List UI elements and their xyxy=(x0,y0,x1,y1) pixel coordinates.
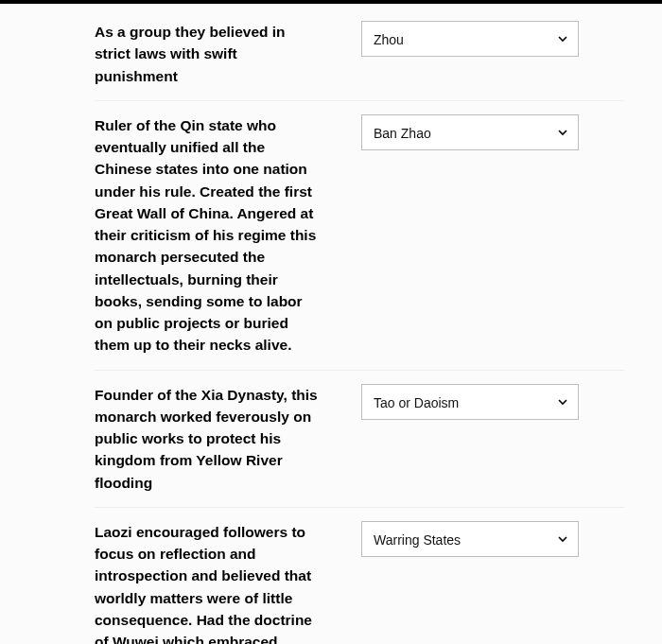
matching-row: Ruler of the Qin state who eventually un… xyxy=(95,101,624,371)
answer-dropdown[interactable]: Tao or Daoism xyxy=(361,384,579,420)
chevron-down-icon xyxy=(557,127,568,138)
prompt-text: Founder of the Xia Dynasty, this monarch… xyxy=(95,384,342,494)
prompt-text: Laozi encouraged followers to focus on r… xyxy=(95,521,342,644)
prompt-text: Ruler of the Qin state who eventually un… xyxy=(95,114,342,357)
matching-question-list: As a group they believed in strict laws … xyxy=(0,4,662,644)
matching-row: Laozi encouraged followers to focus on r… xyxy=(95,508,624,644)
dropdown-selected-label: Tao or Daoism xyxy=(374,395,459,410)
chevron-down-icon xyxy=(557,533,568,545)
answer-dropdown[interactable]: Zhou xyxy=(361,21,579,57)
dropdown-selected-label: Ban Zhao xyxy=(374,126,431,141)
chevron-down-icon xyxy=(557,33,568,44)
answer-dropdown[interactable]: Warring States xyxy=(361,521,579,557)
matching-row: Founder of the Xia Dynasty, this monarch… xyxy=(95,371,624,508)
dropdown-selected-label: Zhou xyxy=(374,32,404,47)
dropdown-selected-label: Warring States xyxy=(374,532,461,548)
prompt-text: As a group they believed in strict laws … xyxy=(95,21,342,87)
chevron-down-icon xyxy=(557,396,568,408)
matching-row: As a group they believed in strict laws … xyxy=(95,21,624,101)
answer-dropdown[interactable]: Ban Zhao xyxy=(361,114,579,150)
